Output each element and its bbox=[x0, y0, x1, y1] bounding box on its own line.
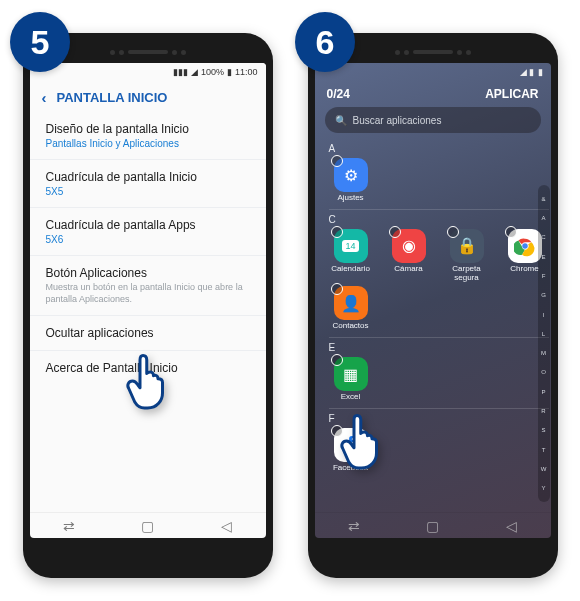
back-icon[interactable]: ‹ bbox=[42, 89, 47, 106]
clock: 11:00 bbox=[235, 67, 258, 77]
back-icon[interactable]: ◁ bbox=[221, 518, 232, 534]
battery-text: 100% bbox=[201, 67, 224, 77]
signal-icon: ▮▮▮ ◢ bbox=[173, 67, 198, 77]
selected-counter: 0/24 bbox=[327, 87, 350, 101]
screen-right: ◢ ▮ ▮ 0/24 APLICAR 🔍 Buscar aplicaciones… bbox=[315, 63, 551, 538]
step-badge-5: 5 bbox=[10, 12, 70, 72]
recent-icon[interactable]: ⇄ bbox=[63, 518, 75, 534]
screen-left: ▮▮▮ ◢ 100% ▮ 11:00 ‹ PANTALLA INICIO Dis… bbox=[30, 63, 266, 538]
recent-icon[interactable]: ⇄ bbox=[348, 518, 360, 534]
item-sub: 5X6 bbox=[46, 234, 250, 245]
item-title: Botón Aplicaciones bbox=[46, 266, 250, 280]
app-label: Contactos bbox=[327, 322, 375, 331]
checkbox[interactable] bbox=[331, 354, 343, 366]
checkbox[interactable] bbox=[331, 283, 343, 295]
item-title: Cuadrícula de pantalla Inicio bbox=[46, 170, 250, 184]
item-hide-apps[interactable]: Ocultar aplicaciones bbox=[30, 315, 266, 350]
page-title: PANTALLA INICIO bbox=[57, 90, 168, 105]
item-home-grid[interactable]: Cuadrícula de pantalla Inicio 5X5 bbox=[30, 159, 266, 207]
step-badge-6: 6 bbox=[295, 12, 355, 72]
search-input[interactable]: 🔍 Buscar aplicaciones bbox=[325, 107, 541, 133]
item-title: Cuadrícula de pantalla Apps bbox=[46, 218, 250, 232]
checkbox[interactable] bbox=[331, 155, 343, 167]
app-camara[interactable]: ◉ Cámara bbox=[385, 229, 433, 283]
item-apps-grid[interactable]: Cuadrícula de pantalla Apps 5X6 bbox=[30, 207, 266, 255]
app-contactos[interactable]: 👤 Contactos bbox=[327, 286, 375, 331]
battery-icon: ▮ bbox=[227, 67, 232, 77]
search-placeholder: Buscar aplicaciones bbox=[353, 115, 442, 126]
app-calendario[interactable]: 14 Calendario bbox=[327, 229, 375, 283]
back-icon[interactable]: ◁ bbox=[506, 518, 517, 534]
section-E: E bbox=[329, 337, 549, 353]
app-facebook[interactable]: f Facebook bbox=[327, 428, 375, 473]
checkbox[interactable] bbox=[447, 226, 459, 238]
item-title: Diseño de la pantalla Inicio bbox=[46, 122, 250, 136]
settings-list: Diseño de la pantalla Inicio Pantallas I… bbox=[30, 110, 266, 512]
navbar-left: ⇄ ▢ ◁ bbox=[30, 512, 266, 538]
item-desc: Muestra un botón en la pantalla Inicio q… bbox=[46, 282, 250, 305]
item-layout[interactable]: Diseño de la pantalla Inicio Pantallas I… bbox=[30, 112, 266, 159]
search-icon: 🔍 bbox=[335, 115, 347, 126]
section-F: F bbox=[329, 408, 549, 424]
signal-icon: ◢ ▮ bbox=[520, 67, 535, 77]
svg-point-1 bbox=[522, 243, 528, 249]
app-label: Facebook bbox=[327, 464, 375, 473]
apps-area: A ⚙ Ajustes C 14 Calendario ◉ Cámara 🔒 bbox=[315, 139, 551, 512]
item-title: Ocultar aplicaciones bbox=[46, 326, 250, 340]
section-A: A bbox=[329, 143, 549, 154]
home-icon[interactable]: ▢ bbox=[426, 518, 439, 534]
alpha-index[interactable]: &ACEFGILMOPRSTWY bbox=[538, 185, 550, 502]
apply-button[interactable]: APLICAR bbox=[485, 87, 538, 101]
app-carpeta-segura[interactable]: 🔒 Carpeta segura bbox=[443, 229, 491, 283]
item-sub: Pantallas Inicio y Aplicaciones bbox=[46, 138, 250, 149]
item-apps-button[interactable]: Botón Aplicaciones Muestra un botón en l… bbox=[30, 255, 266, 315]
select-apps-bar: 0/24 APLICAR bbox=[315, 81, 551, 103]
checkbox[interactable] bbox=[331, 425, 343, 437]
checkbox[interactable] bbox=[389, 226, 401, 238]
app-label: Carpeta segura bbox=[443, 265, 491, 283]
app-excel[interactable]: ▦ Excel bbox=[327, 357, 375, 402]
app-label: Calendario bbox=[327, 265, 375, 274]
app-ajustes[interactable]: ⚙ Ajustes bbox=[327, 158, 375, 203]
phone-frame-right: ◢ ▮ ▮ 0/24 APLICAR 🔍 Buscar aplicaciones… bbox=[308, 33, 558, 578]
checkbox[interactable] bbox=[505, 226, 517, 238]
item-about[interactable]: Acerca de Pantalla Inicio bbox=[30, 350, 266, 385]
statusbar-right: ◢ ▮ ▮ bbox=[315, 63, 551, 81]
app-label: Ajustes bbox=[327, 194, 375, 203]
item-title: Acerca de Pantalla Inicio bbox=[46, 361, 250, 375]
app-label: Cámara bbox=[385, 265, 433, 274]
item-sub: 5X5 bbox=[46, 186, 250, 197]
app-label: Excel bbox=[327, 393, 375, 402]
battery-icon: ▮ bbox=[538, 67, 543, 77]
home-icon[interactable]: ▢ bbox=[141, 518, 154, 534]
header-row: ‹ PANTALLA INICIO bbox=[30, 81, 266, 110]
statusbar-left: ▮▮▮ ◢ 100% ▮ 11:00 bbox=[30, 63, 266, 81]
phone-frame-left: ▮▮▮ ◢ 100% ▮ 11:00 ‹ PANTALLA INICIO Dis… bbox=[23, 33, 273, 578]
navbar-right: ⇄ ▢ ◁ bbox=[315, 512, 551, 538]
checkbox[interactable] bbox=[331, 226, 343, 238]
section-C: C bbox=[329, 209, 549, 225]
